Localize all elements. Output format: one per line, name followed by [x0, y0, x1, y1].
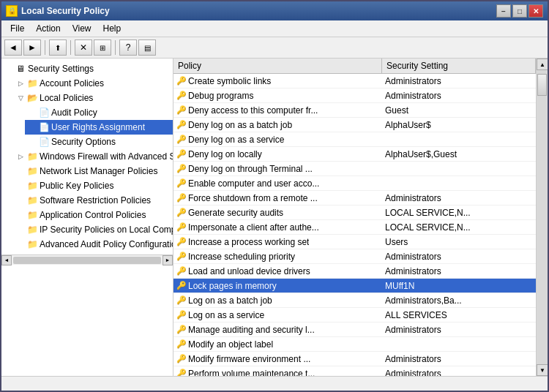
- row-policy: 🔑 Create symbolic links: [173, 75, 382, 88]
- delete-button[interactable]: ✕: [75, 39, 92, 56]
- scroll-track[interactable]: [537, 70, 548, 364]
- menu-view[interactable]: View: [67, 22, 97, 35]
- table-row[interactable]: 🔑 Load and unload device drivers Adminis…: [173, 264, 536, 279]
- scroll-thumb[interactable]: [537, 74, 547, 96]
- sidebar-item-app-control[interactable]: 📁 Application Control Policies: [13, 208, 173, 222]
- close-button[interactable]: ✕: [529, 4, 543, 18]
- expander-network-list: [15, 165, 26, 177]
- sidebar-scroll-track: [13, 257, 161, 264]
- sidebar-item-security-options[interactable]: 📄 Security Options: [25, 135, 173, 149]
- row-icon: 🔑: [175, 294, 188, 307]
- table-row[interactable]: 🔑 Force shutdown from a remote ... Admin…: [173, 191, 536, 206]
- vertical-scrollbar: ▲ ▼: [536, 59, 548, 376]
- table-row[interactable]: 🔑 Increase a process working set Users: [173, 235, 536, 249]
- sidebar: 🖥 Security Settings ▷ 📁 Account Policies…: [1, 59, 173, 376]
- up-button[interactable]: ⬆: [49, 39, 67, 56]
- sidebar-item-advanced-audit[interactable]: 📁 Advanced Audit Policy Configuration: [13, 237, 173, 252]
- table-row[interactable]: 🔑 Increase scheduling priority Administr…: [173, 249, 536, 264]
- sidebar-item-audit-policy[interactable]: 📄 Audit Policy: [25, 105, 173, 120]
- back-button[interactable]: ◄: [4, 39, 22, 56]
- sidebar-item-ip-security[interactable]: 📁 IP Security Policies on Local Compute.…: [13, 222, 173, 237]
- table-row[interactable]: 🔑 Modify firmware environment ... Admini…: [173, 352, 536, 366]
- row-setting: ALL SERVICES: [382, 310, 536, 320]
- list-body: 🔑 Create symbolic links Administrators 🔑…: [173, 74, 536, 376]
- sidebar-scroll-left[interactable]: ◄: [1, 255, 12, 265]
- row-policy: 🔑 Force shutdown from a remote ...: [173, 192, 382, 205]
- table-row[interactable]: 🔑 Create symbolic links Administrators: [173, 74, 536, 88]
- table-row[interactable]: 🔑 Deny log on as a service: [173, 132, 536, 147]
- table-row[interactable]: 🔑 Perform volume maintenance t... Admini…: [173, 366, 536, 376]
- table-row[interactable]: 🔑 Generate security audits LOCAL SERVICE…: [173, 206, 536, 220]
- sidebar-scroll-right[interactable]: ►: [163, 255, 173, 265]
- toolbar-separator-3: [115, 40, 116, 55]
- properties-button[interactable]: ⊞: [94, 39, 111, 56]
- sidebar-item-account-policies[interactable]: ▷ 📁 Account Policies: [13, 76, 173, 91]
- row-icon: 🔑: [175, 104, 188, 117]
- row-text: Debug programs: [188, 91, 253, 101]
- expander-audit-policy: [26, 107, 38, 118]
- sidebar-item-software-restriction[interactable]: 📁 Software Restriction Policies: [13, 193, 173, 208]
- table-row[interactable]: 🔑 Deny log on through Terminal ...: [173, 162, 536, 176]
- row-policy: 🔑 Deny log on through Terminal ...: [173, 162, 382, 176]
- scroll-up-button[interactable]: ▲: [537, 59, 548, 70]
- table-row[interactable]: 🔑 Impersonate a client after authe... LO…: [173, 220, 536, 235]
- row-setting: Guest: [382, 105, 536, 116]
- col-header-setting[interactable]: Security Setting: [382, 59, 536, 73]
- expander-local-policies: ▽: [15, 92, 26, 104]
- row-setting-selected: MUff1N: [382, 281, 536, 291]
- table-row[interactable]: 🔑 Deny log on locally AlphaUser$,Guest: [173, 147, 536, 162]
- sidebar-item-network-list[interactable]: 📁 Network List Manager Policies: [13, 164, 173, 178]
- label-local-policies: Local Policies: [40, 93, 93, 103]
- expander-public-key: [15, 180, 26, 192]
- scroll-down-button[interactable]: ▼: [537, 364, 548, 376]
- table-row-selected[interactable]: 🔑 Lock pages in memory MUff1N: [173, 279, 536, 293]
- sidebar-item-local-policies[interactable]: ▽ 📂 Local Policies: [13, 91, 173, 105]
- forward-button[interactable]: ►: [23, 39, 41, 56]
- table-row[interactable]: 🔑 Deny access to this computer fr... Gue…: [173, 103, 536, 118]
- content-area: Policy Security Setting 🔑 Create symboli…: [173, 59, 548, 376]
- label-ip-security: IP Security Policies on Local Compute...: [40, 225, 173, 235]
- menu-help[interactable]: Help: [97, 22, 127, 35]
- help-button[interactable]: ?: [119, 39, 137, 56]
- row-icon: 🔑: [175, 221, 188, 234]
- menu-action[interactable]: Action: [30, 22, 66, 35]
- row-icon: 🔑: [175, 353, 188, 366]
- icon-network-list: 📁: [26, 165, 38, 177]
- table-row[interactable]: 🔑 Modify an object label: [173, 337, 536, 352]
- row-setting: AlphaUser$,Guest: [382, 149, 536, 159]
- sidebar-item-user-rights[interactable]: 📄 User Rights Assignment: [25, 120, 173, 135]
- row-text: Deny log on locally: [188, 149, 262, 159]
- title-bar-buttons: − □ ✕: [496, 4, 543, 18]
- toolbar-separator-1: [45, 40, 45, 55]
- title-bar: 🔒 Local Security Policy − □ ✕: [1, 1, 548, 20]
- col-header-policy[interactable]: Policy: [173, 59, 382, 73]
- table-row[interactable]: 🔑 Enable computer and user acco...: [173, 176, 536, 191]
- table-row[interactable]: 🔑 Debug programs Administrators: [173, 88, 536, 103]
- row-policy: 🔑 Debug programs: [173, 89, 382, 102]
- icon-advanced-audit: 📁: [26, 238, 38, 250]
- label-audit-policy: Audit Policy: [51, 108, 97, 118]
- table-row[interactable]: 🔑 Manage auditing and security l... Admi…: [173, 323, 536, 337]
- sidebar-item-public-key[interactable]: 📁 Public Key Policies: [13, 178, 173, 193]
- label-network-list: Network List Manager Policies: [40, 166, 157, 176]
- maximize-button[interactable]: □: [512, 4, 527, 18]
- minimize-button[interactable]: −: [496, 4, 511, 18]
- row-policy: 🔑 Deny log on as a batch job: [173, 118, 382, 132]
- row-text: Create symbolic links: [188, 76, 271, 86]
- sidebar-item-security-settings[interactable]: 🖥 Security Settings: [1, 61, 173, 76]
- icon-security-settings: 🖥: [15, 63, 26, 75]
- row-text-selected: Lock pages in memory: [188, 281, 277, 291]
- table-row[interactable]: 🔑 Deny log on as a batch job AlphaUser$: [173, 118, 536, 132]
- table-row[interactable]: 🔑 Log on as a batch job Administrators,B…: [173, 293, 536, 308]
- row-icon: 🔑: [175, 75, 188, 88]
- content-with-scroll: Policy Security Setting 🔑 Create symboli…: [173, 59, 548, 376]
- table-row[interactable]: 🔑 Log on as a service ALL SERVICES: [173, 308, 536, 323]
- row-text: Manage auditing and security l...: [188, 325, 315, 335]
- window-title: Local Security Policy: [21, 6, 110, 16]
- menu-file[interactable]: File: [4, 22, 30, 35]
- row-setting: Administrators: [382, 193, 536, 203]
- view-button[interactable]: ▤: [138, 39, 156, 56]
- sidebar-item-windows-firewall[interactable]: ▷ 📁 Windows Firewall with Advanced Secc.…: [13, 149, 173, 164]
- expander-ip-security: [15, 224, 26, 235]
- icon-ip-security: 📁: [26, 224, 38, 235]
